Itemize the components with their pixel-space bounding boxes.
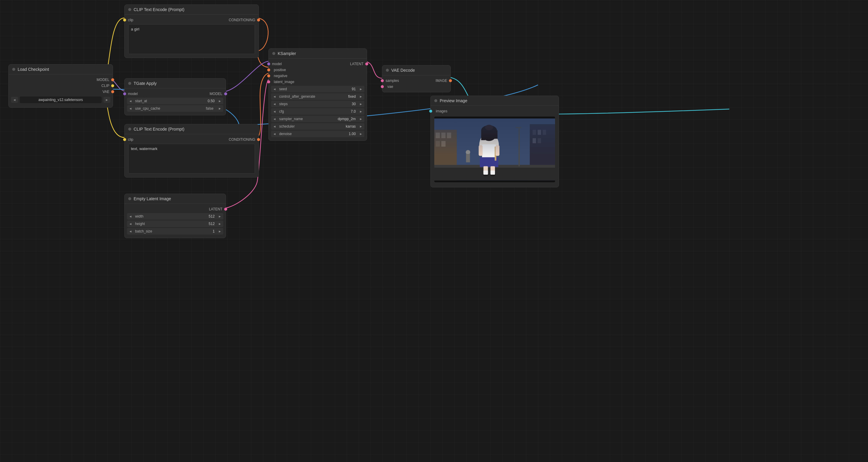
clip-text-positive-node: CLIP Text Encode (Prompt) clip CONDITION… bbox=[124, 4, 259, 58]
width-arrow-right[interactable]: ► bbox=[216, 214, 223, 219]
load-checkpoint-node: Load Checkpoint MODEL CLIP VAE ◄ awpaint… bbox=[8, 64, 113, 107]
sampler-name-param: ◄ sampler_name dpmpp_2m ► bbox=[271, 116, 364, 122]
positive-prompt-text[interactable]: a girl bbox=[128, 24, 255, 54]
vae-dot bbox=[111, 90, 114, 93]
vae-samples-in-dot bbox=[381, 79, 384, 82]
cpu-cache-value: false bbox=[203, 106, 216, 111]
k-negative-dot bbox=[267, 74, 270, 78]
start-at-param: ◄ start_at 0.50 ► bbox=[127, 98, 223, 104]
denoise-arrow-right[interactable]: ► bbox=[358, 131, 364, 136]
height-arrow-left[interactable]: ◄ bbox=[127, 221, 134, 226]
ksampler-latent-port: latent_image bbox=[269, 79, 367, 85]
node-status-indicator bbox=[386, 69, 389, 72]
scheduler-param: ◄ scheduler karras ► bbox=[271, 123, 364, 130]
height-param: ◄ height 512 ► bbox=[127, 220, 223, 227]
tgate-model-in-dot bbox=[123, 92, 126, 95]
steps-arrow-left[interactable]: ◄ bbox=[271, 101, 278, 107]
scheduler-arrow-left[interactable]: ◄ bbox=[271, 124, 278, 129]
vae-vae-port: vae bbox=[382, 84, 451, 90]
latent-out-port: LATENT bbox=[125, 206, 226, 212]
seed-arrow-right[interactable]: ► bbox=[358, 86, 364, 92]
preview-image-node: Preview Image images bbox=[430, 96, 559, 187]
node-status-indicator bbox=[128, 82, 131, 85]
vae-image-out-dot bbox=[449, 79, 452, 82]
k-latent-in-dot bbox=[267, 81, 270, 83]
model-output-port: MODEL bbox=[9, 77, 113, 83]
sampler-arrow-left[interactable]: ◄ bbox=[271, 116, 278, 122]
steps-arrow-right[interactable]: ► bbox=[358, 101, 364, 107]
cfg-param: ◄ cfg 7.0 ► bbox=[271, 108, 364, 115]
ckpt-arrow-right[interactable]: ► bbox=[103, 97, 110, 103]
control-arrow-left[interactable]: ◄ bbox=[271, 94, 278, 99]
batch-size-param: ◄ batch_size 1 ► bbox=[127, 228, 223, 235]
width-arrow-left[interactable]: ◄ bbox=[127, 214, 134, 219]
vae-vae-in-dot bbox=[381, 85, 384, 88]
tgate-apply-node: TGate Apply model MODEL ◄ start_at 0.50 … bbox=[124, 78, 226, 115]
vae-decode-node: VAE Decode samples IMAGE vae bbox=[382, 65, 451, 92]
preview-image-title: Preview Image bbox=[440, 98, 467, 103]
cfg-arrow-left[interactable]: ◄ bbox=[271, 109, 278, 114]
empty-latent-title: Empty Latent Image bbox=[134, 196, 171, 201]
vae-decode-title: VAE Decode bbox=[391, 68, 415, 72]
load-checkpoint-header: Load Checkpoint bbox=[9, 65, 113, 74]
vae-decode-samples-image-ports: samples IMAGE bbox=[382, 78, 451, 84]
ksampler-title: KSampler bbox=[278, 51, 296, 56]
tgate-apply-title: TGate Apply bbox=[134, 81, 157, 86]
cpu-cache-arrow-left[interactable]: ◄ bbox=[127, 106, 134, 111]
node-status-indicator bbox=[128, 128, 131, 131]
start-at-arrow-left[interactable]: ◄ bbox=[127, 98, 134, 104]
ksampler-positive-port: positive bbox=[269, 67, 367, 73]
ckpt-value: awpainting_v12.safetensors bbox=[20, 96, 102, 103]
latent-out-dot bbox=[224, 208, 227, 211]
negative-prompt-text[interactable]: text, watermark bbox=[128, 144, 255, 174]
clip-in-dot bbox=[123, 19, 126, 22]
neg-clip-in-dot bbox=[123, 138, 126, 141]
node-status-indicator bbox=[272, 52, 275, 55]
empty-latent-header: Empty Latent Image bbox=[125, 194, 226, 204]
clip-text-negative-header: CLIP Text Encode (Prompt) bbox=[125, 124, 258, 134]
ksampler-header: KSampler bbox=[269, 49, 367, 59]
model-dot bbox=[111, 78, 114, 81]
k-model-in-dot bbox=[267, 62, 270, 65]
vae-decode-header: VAE Decode bbox=[382, 65, 451, 75]
empty-latent-node: Empty Latent Image LATENT ◄ width 512 ► … bbox=[124, 194, 226, 238]
vae-output-port: VAE bbox=[9, 89, 113, 95]
node-status-indicator bbox=[12, 68, 15, 71]
preview-image-display bbox=[434, 117, 555, 182]
ksampler-negative-port: negative bbox=[269, 73, 367, 79]
ksampler-model-latent-ports: model LATENT bbox=[269, 61, 367, 67]
node-status-indicator bbox=[128, 8, 131, 11]
node-status-indicator bbox=[434, 99, 437, 102]
neg-clip-conditioning-ports: clip CONDITIONING bbox=[125, 136, 258, 143]
load-checkpoint-title: Load Checkpoint bbox=[18, 67, 49, 72]
preview-images-in-dot bbox=[429, 110, 432, 113]
cpu-cache-arrow-right[interactable]: ► bbox=[216, 106, 223, 111]
control-arrow-right[interactable]: ► bbox=[358, 94, 364, 99]
control-after-generate-param: ◄ control_after_generate fixed ► bbox=[271, 93, 364, 100]
clip-text-negative-title: CLIP Text Encode (Prompt) bbox=[134, 127, 184, 131]
sampler-arrow-right[interactable]: ► bbox=[358, 116, 364, 122]
conditioning-out-dot bbox=[257, 19, 260, 22]
height-arrow-right[interactable]: ► bbox=[216, 221, 223, 226]
cfg-arrow-right[interactable]: ► bbox=[358, 109, 364, 114]
clip-dot bbox=[111, 84, 114, 87]
clip-text-negative-node: CLIP Text Encode (Prompt) clip CONDITION… bbox=[124, 124, 259, 178]
seed-arrow-left[interactable]: ◄ bbox=[271, 86, 278, 92]
batch-arrow-right[interactable]: ► bbox=[216, 228, 223, 234]
tgate-apply-header: TGate Apply bbox=[125, 79, 226, 88]
denoise-param: ◄ denoise 1.00 ► bbox=[271, 131, 364, 137]
seed-param: ◄ seed 91 ► bbox=[271, 86, 364, 92]
width-param: ◄ width 512 ► bbox=[127, 213, 223, 220]
ckpt-arrow-left[interactable]: ◄ bbox=[11, 97, 18, 103]
clip-output-port: CLIP bbox=[9, 83, 113, 89]
tgate-model-ports: model MODEL bbox=[125, 91, 226, 97]
batch-arrow-left[interactable]: ◄ bbox=[127, 228, 134, 234]
ckpt-name-row: ◄ awpainting_v12.safetensors ► bbox=[11, 96, 110, 103]
denoise-arrow-left[interactable]: ◄ bbox=[271, 131, 278, 136]
scheduler-arrow-right[interactable]: ► bbox=[358, 124, 364, 129]
preview-image-header: Preview Image bbox=[431, 96, 559, 106]
k-latent-out-dot bbox=[365, 62, 368, 65]
start-at-arrow-right[interactable]: ► bbox=[216, 98, 223, 104]
clip-conditioning-ports: clip CONDITIONING bbox=[125, 17, 258, 23]
svg-rect-36 bbox=[434, 119, 555, 181]
